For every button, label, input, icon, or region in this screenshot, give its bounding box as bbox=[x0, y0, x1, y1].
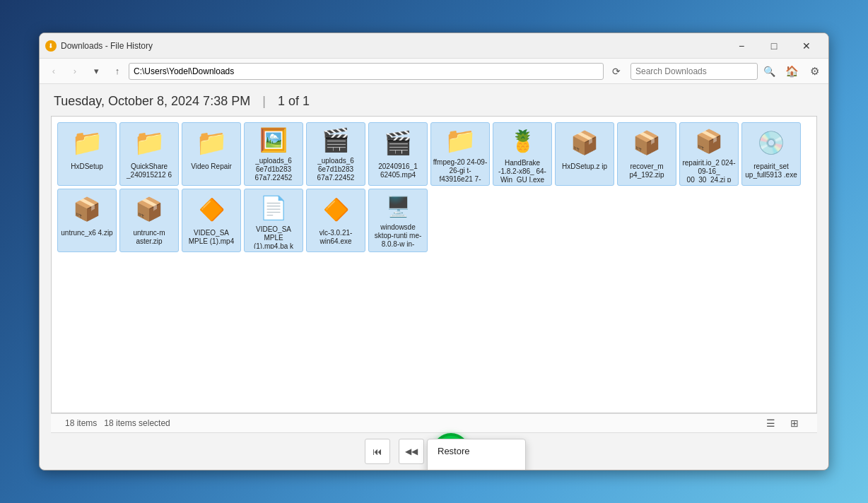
grid-view-button[interactable]: ⊞ bbox=[786, 415, 803, 432]
file-label: VIDEO_SA MPLE (1).mp4 bbox=[184, 229, 239, 246]
file-label: HxDSetup.z ip bbox=[562, 162, 607, 171]
arrow-icon: ← bbox=[486, 466, 497, 471]
exe-file-icon: 💿 bbox=[754, 126, 788, 160]
search-input[interactable] bbox=[631, 63, 758, 80]
recent-button[interactable]: ▾ bbox=[86, 61, 106, 81]
list-view-button[interactable]: ☰ bbox=[762, 415, 779, 432]
file-label: repairit_set up_full5913 .exe bbox=[744, 162, 799, 179]
file-item[interactable]: 📁 HxDSetup bbox=[57, 122, 117, 186]
folder-icon: 📁 bbox=[443, 126, 477, 155]
page-info: 1 of 1 bbox=[278, 94, 310, 108]
file-label: HandBrake -1.8.2-x86_ 64-Win_GU I.exe bbox=[495, 159, 550, 182]
file-item[interactable]: 📦 HxDSetup.z ip bbox=[555, 122, 614, 186]
file-label: vlc-3.0.21- win64.exe bbox=[308, 229, 363, 246]
file-label: QuickShare _240915212 6 bbox=[122, 162, 177, 179]
restore-to-label: Restore to bbox=[438, 468, 480, 471]
restore-menu-item[interactable]: Restore bbox=[428, 441, 525, 461]
date-text: Tuesday, October 8, 2024 7:38 PM bbox=[54, 94, 250, 108]
restore-to-menu-item[interactable]: Restore to ← bbox=[428, 461, 525, 471]
restore-label: Restore bbox=[438, 446, 470, 456]
main-window: Downloads - File History − □ ✕ ‹ › ▾ ↑ ⟳… bbox=[39, 32, 829, 471]
file-item[interactable]: 🔶 vlc-3.0.21- win64.exe bbox=[306, 189, 365, 252]
file-label: 20240916_1 62405.mp4 bbox=[370, 162, 426, 179]
back-button[interactable]: ‹ bbox=[44, 61, 64, 81]
file-label: recover_m p4_192.zip bbox=[619, 162, 674, 179]
file-label: _uploads_6 6e7d1b283 67a7.22452 230_66e7… bbox=[246, 157, 301, 182]
zip-file-icon: 📦 bbox=[630, 126, 664, 160]
forward-button[interactable]: › bbox=[65, 61, 85, 81]
item-count: 18 items bbox=[65, 418, 97, 428]
selected-count: 18 items selected bbox=[104, 418, 170, 428]
home-button[interactable]: 🏠 bbox=[782, 61, 802, 81]
folder-icon: 📁 bbox=[70, 126, 104, 160]
title-bar: Downloads - File History − □ ✕ bbox=[40, 33, 828, 59]
prev-page-button[interactable]: ◀◀ bbox=[399, 439, 424, 464]
file-item[interactable]: 💿 repairit_set up_full5913 .exe bbox=[741, 122, 801, 186]
file-label: repairit.io_2 024-09-16_ 00_30_24.zi p bbox=[681, 159, 737, 182]
bak-file-icon: 📄 bbox=[257, 192, 291, 223]
video-file-icon: 🎬 bbox=[319, 126, 353, 154]
file-item[interactable]: 🍍 HandBrake -1.8.2-x86_ 64-Win_GU I.exe bbox=[493, 122, 552, 186]
file-item[interactable]: 📁 ffmpeg-20 24-09-26-gi t-f43916e21 7-es… bbox=[430, 122, 490, 186]
video-file-icon: 🔶 bbox=[194, 192, 228, 226]
window-title: Downloads - File History bbox=[61, 41, 725, 51]
folder-icon: 📁 bbox=[132, 126, 166, 160]
file-label: Video Repair bbox=[191, 162, 232, 171]
zip-file-icon: 📦 bbox=[70, 192, 104, 226]
file-item[interactable]: 📦 recover_m p4_192.zip bbox=[617, 122, 676, 186]
file-item[interactable]: 📁 QuickShare _240915212 6 bbox=[119, 122, 179, 186]
refresh-button[interactable]: ⟳ bbox=[606, 61, 626, 81]
zip-file-icon: 📦 bbox=[132, 192, 166, 226]
file-grid: 📁 HxDSetup 📁 QuickShare _240915212 6 📁 V… bbox=[57, 122, 811, 252]
file-item[interactable]: 📁 Video Repair bbox=[182, 122, 241, 186]
exe-file-icon: 🍍 bbox=[505, 126, 539, 156]
file-area: 📁 HxDSetup 📁 QuickShare _240915212 6 📁 V… bbox=[51, 116, 817, 413]
status-bar: 18 items 18 items selected ☰ ⊞ bbox=[51, 413, 817, 433]
settings-button[interactable]: ⚙ bbox=[804, 61, 824, 81]
first-page-button[interactable]: ⏮ bbox=[365, 439, 390, 464]
up-button[interactable]: ↑ bbox=[107, 61, 127, 81]
file-item[interactable]: 📦 untrunc_x6 4.zip bbox=[57, 189, 117, 252]
file-label: untrunc-m aster.zip bbox=[122, 229, 177, 246]
win-exe-file-icon: 🖥️ bbox=[381, 192, 415, 220]
minimize-button[interactable]: − bbox=[725, 33, 758, 59]
date-separator: | bbox=[262, 94, 266, 108]
close-button[interactable]: ✕ bbox=[790, 33, 823, 59]
file-label: ffmpeg-20 24-09-26-gi t-f43916e21 7-esse… bbox=[433, 158, 488, 182]
address-bar: ‹ › ▾ ↑ ⟳ 🔍 🏠 ⚙ bbox=[40, 59, 828, 84]
context-menu: Restore Restore to ← bbox=[427, 439, 526, 471]
file-item[interactable]: 📄 VIDEO_SA MPLE (1).mp4.ba k bbox=[244, 189, 303, 252]
bottom-navigation: ⏮ ◀◀ ↺ ▶▶ Restore Restore to ← bbox=[40, 433, 828, 470]
image-file-icon: 🖼️ bbox=[257, 126, 291, 154]
file-label: HxDSetup bbox=[71, 162, 103, 171]
mp4-file-icon: 🎬 bbox=[381, 126, 415, 160]
file-label: _uploads_6 6e7d1b283 67a7.22452 230_66e7… bbox=[308, 157, 363, 182]
zip-file-icon: 📦 bbox=[692, 126, 726, 156]
title-bar-controls: − □ ✕ bbox=[725, 33, 823, 59]
file-item[interactable]: 📦 untrunc-m aster.zip bbox=[119, 189, 179, 252]
file-label: VIDEO_SA MPLE (1).mp4.ba k bbox=[246, 225, 301, 249]
file-item[interactable]: 📦 repairit.io_2 024-09-16_ 00_30_24.zi p bbox=[679, 122, 739, 186]
window-icon bbox=[45, 40, 57, 52]
search-button[interactable]: 🔍 bbox=[759, 61, 779, 81]
file-item[interactable]: 🎬 20240916_1 62405.mp4 bbox=[368, 122, 428, 186]
file-label: untrunc_x6 4.zip bbox=[61, 229, 112, 237]
zip-file-icon: 📦 bbox=[568, 126, 602, 160]
file-label: windowsde sktop-runti me-8.0.8-w in-x64.… bbox=[370, 223, 426, 249]
maximize-button[interactable]: □ bbox=[758, 33, 790, 59]
file-item[interactable]: 🔶 VIDEO_SA MPLE (1).mp4 bbox=[182, 189, 241, 252]
date-header: Tuesday, October 8, 2024 7:38 PM | 1 of … bbox=[40, 84, 828, 116]
folder-icon: 📁 bbox=[194, 126, 228, 160]
file-item[interactable]: 🖥️ windowsde sktop-runti me-8.0.8-w in-x… bbox=[368, 189, 428, 252]
file-item[interactable]: 🎬 _uploads_6 6e7d1b283 67a7.22452 230_66… bbox=[306, 122, 365, 186]
file-item[interactable]: 🖼️ _uploads_6 6e7d1b283 67a7.22452 230_6… bbox=[244, 122, 303, 186]
address-input[interactable] bbox=[129, 63, 604, 80]
vlc-file-icon: 🔶 bbox=[319, 192, 353, 226]
